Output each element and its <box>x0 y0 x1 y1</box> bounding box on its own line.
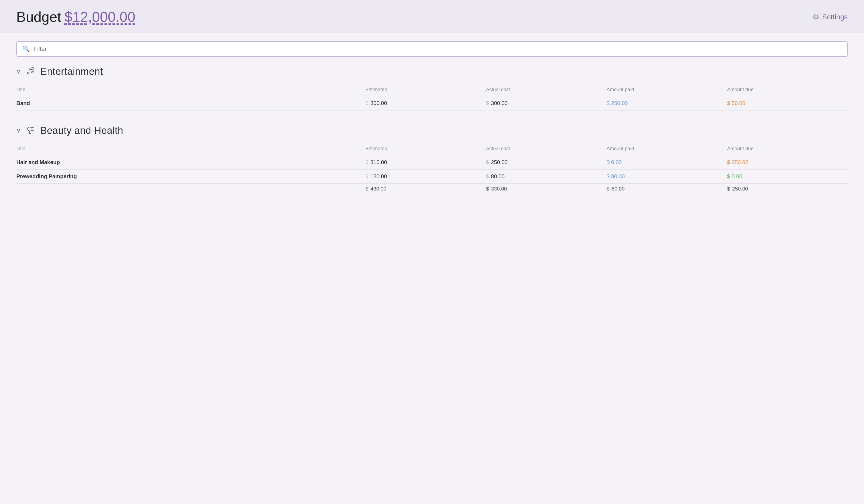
table-row: Prewedding Pampering $ 120.00 $ 80.00 <box>16 169 848 184</box>
entertainment-col-estimated: Estimated <box>365 85 486 96</box>
estimated-cell: $ 360.00 <box>365 100 486 106</box>
dollar-icon: $ <box>486 173 489 179</box>
actual-value: 300.00 <box>491 100 508 106</box>
filter-input[interactable] <box>34 46 842 52</box>
item-title: Prewedding Pampering <box>16 169 365 184</box>
category-header-entertainment: ∨ Entertainment <box>16 65 848 78</box>
paid-value: $ 80.00 <box>607 173 625 179</box>
dollar-icon: $ <box>607 186 610 192</box>
budget-title-container: Budget $12,000.00 <box>16 9 135 25</box>
dollar-icon: $ <box>365 100 368 106</box>
budget-amount[interactable]: $12,000.00 <box>64 9 135 25</box>
estimated-value: 120.00 <box>371 173 387 180</box>
dollar-icon: $ <box>365 173 368 179</box>
entertainment-col-title: Title <box>16 85 365 96</box>
filter-input-wrapper: 🔍 <box>16 41 848 57</box>
beauty-col-actual: Actual cost <box>486 144 607 155</box>
dollar-icon: $ <box>486 186 489 192</box>
page-header: Budget $12,000.00 ⚙ Settings <box>0 0 864 33</box>
category-section-beauty-health: ∨ Beauty and Health <box>16 124 848 196</box>
total-paid: $ 80.00 <box>607 186 727 192</box>
due-value: $ 250.00 <box>727 159 748 165</box>
category-section-entertainment: ∨ Entertainment Title Estimated <box>16 65 848 110</box>
item-title: Band <box>16 96 365 110</box>
entertainment-col-due: Amount due <box>727 85 848 96</box>
estimated-cell: $ 120.00 <box>365 173 486 180</box>
entertainment-col-actual: Actual cost <box>486 85 607 96</box>
dollar-icon: $ <box>486 100 489 106</box>
entertainment-table: Title Estimated Actual cost Amount paid … <box>16 85 848 110</box>
estimated-value: 310.00 <box>371 159 387 166</box>
category-header-beauty-health: ∨ Beauty and Health <box>16 124 848 137</box>
totals-row: $ 430.00 $ 330.00 $ 80.00 <box>16 184 848 196</box>
main-content: 🔍 ∨ Entertainment <box>0 33 864 217</box>
beauty-col-due: Amount due <box>727 144 848 155</box>
settings-label: Settings <box>822 13 848 21</box>
svg-point-3 <box>33 127 33 128</box>
settings-button[interactable]: ⚙ Settings <box>813 13 848 22</box>
total-due: $ 250.00 <box>727 186 848 192</box>
dollar-icon: $ <box>365 159 368 165</box>
item-title: Hair and Makeup <box>16 155 365 169</box>
chevron-down-icon[interactable]: ∨ <box>16 127 21 134</box>
table-row: Band $ 360.00 $ 300.00 $ <box>16 96 848 110</box>
svg-point-4 <box>33 130 33 131</box>
beauty-col-paid: Amount paid <box>607 144 727 155</box>
estimated-value: 360.00 <box>371 100 387 106</box>
actual-cell: $ 300.00 <box>486 100 607 106</box>
filter-container: 🔍 <box>16 41 848 57</box>
paid-value: $ 0.00 <box>607 159 622 165</box>
total-actual: $ 330.00 <box>486 186 607 192</box>
entertainment-category-name: Entertainment <box>40 66 103 77</box>
beauty-health-table: Title Estimated Actual cost Amount paid … <box>16 144 848 196</box>
svg-point-2 <box>27 127 32 131</box>
dollar-icon: $ <box>727 186 730 192</box>
actual-value: 80.00 <box>491 173 505 180</box>
actual-cell: $ 80.00 <box>486 173 607 180</box>
actual-cell: $ 250.00 <box>486 159 607 166</box>
estimated-cell: $ 310.00 <box>365 159 486 166</box>
actual-value: 250.00 <box>491 159 508 166</box>
due-value: $ 0.00 <box>727 173 742 179</box>
chevron-down-icon[interactable]: ∨ <box>16 68 21 75</box>
table-row: Hair and Makeup $ 310.00 $ 250.00 <box>16 155 848 169</box>
dollar-icon: $ <box>486 159 489 165</box>
music-icon <box>25 65 36 78</box>
hairdryer-icon <box>25 124 36 137</box>
due-value: $ 50.00 <box>727 100 745 106</box>
beauty-health-category-name: Beauty and Health <box>40 125 123 136</box>
svg-point-0 <box>27 72 29 74</box>
budget-label: Budget <box>16 9 61 25</box>
paid-value: $ 250.00 <box>607 100 628 106</box>
total-estimated: $ 430.00 <box>365 186 486 192</box>
svg-point-1 <box>32 71 33 73</box>
dollar-icon: $ <box>365 186 369 192</box>
search-icon: 🔍 <box>22 46 30 52</box>
beauty-col-estimated: Estimated <box>365 144 486 155</box>
gear-icon: ⚙ <box>813 13 819 22</box>
beauty-col-title: Title <box>16 144 365 155</box>
entertainment-col-paid: Amount paid <box>607 85 727 96</box>
